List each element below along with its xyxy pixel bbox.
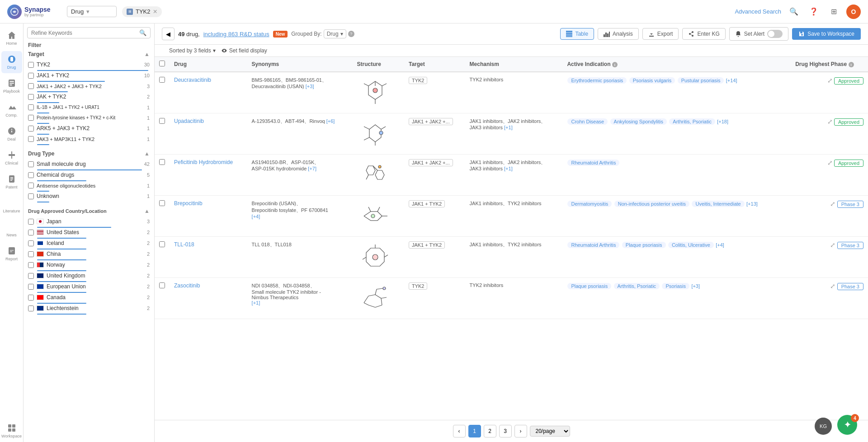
filter-checkbox-norway[interactable] xyxy=(28,262,34,268)
filter-checkbox-ptk-tyk2[interactable] xyxy=(28,115,34,121)
filter-item-jak-tyk2[interactable]: JAK + TYK2 2 xyxy=(27,92,151,101)
sidebar-item-news[interactable]: News xyxy=(1,219,22,241)
toggle-panel-button[interactable]: ◀ xyxy=(162,28,175,40)
tab-close-icon[interactable]: × xyxy=(153,8,157,15)
save-workspace-button[interactable]: Save to Workspace xyxy=(792,28,861,40)
sidebar-item-patent[interactable]: Patent xyxy=(1,171,22,193)
filter-item-small-molecule[interactable]: Small molecule drug 42 xyxy=(27,160,151,169)
indication-tag[interactable]: Arthritis, Psoriatic xyxy=(669,118,715,125)
set-field-display-button[interactable]: Set field display xyxy=(221,47,267,54)
drug-name-link[interactable]: Upadacitinib xyxy=(174,118,204,124)
filter-checkbox-us[interactable] xyxy=(28,230,34,235)
drug-name-link[interactable]: Brepocitinib xyxy=(174,200,203,207)
indication-more[interactable]: [+4] xyxy=(716,242,724,248)
filter-checkbox-china[interactable] xyxy=(28,251,34,257)
indication-tag[interactable]: Pustular psoriasis xyxy=(678,77,724,84)
filter-checkbox-japan[interactable] xyxy=(28,219,34,225)
expand-icon[interactable]: ⤢ xyxy=(827,118,833,125)
help-icon-button[interactable]: ❓ xyxy=(807,5,821,19)
filter-search-row[interactable]: 🔍 xyxy=(27,27,151,38)
filter-item-chemical-drugs[interactable]: Chemical drugs 5 xyxy=(27,170,151,179)
row-checkbox[interactable] xyxy=(159,241,165,247)
filter-item-tyk2[interactable]: TYK2 30 xyxy=(27,60,151,69)
mech-more[interactable]: [+1] xyxy=(504,166,513,171)
export-button[interactable]: Export xyxy=(642,28,679,40)
filter-checkbox-small-molecule[interactable] xyxy=(28,161,34,167)
sidebar-item-clinical[interactable]: Clinical xyxy=(1,147,22,169)
filter-checkbox-uk[interactable] xyxy=(28,273,34,279)
filter-item-il1b-jak1-tyk2[interactable]: IL-1B + JAK1 + TYK2 + URAT1 1 xyxy=(27,103,151,112)
drug-name-link[interactable]: Peficitinib Hydrobromide xyxy=(174,159,233,165)
filter-checkbox-canada[interactable] xyxy=(28,295,34,301)
advanced-search-link[interactable]: Advanced Search xyxy=(735,8,781,15)
indication-tag[interactable]: Colitis, Ulcerative xyxy=(668,242,714,248)
indication-tag[interactable]: Rheumatoid Arthritis xyxy=(567,242,619,248)
indication-tag[interactable]: Dermatomyositis xyxy=(567,201,612,207)
sidebar-item-deal[interactable]: Deal xyxy=(1,123,22,145)
next-page-button[interactable]: › xyxy=(514,425,527,437)
indication-tag[interactable]: Crohn Disease xyxy=(567,118,608,125)
drug-name-link[interactable]: TLL-018 xyxy=(174,241,194,248)
page-1-button[interactable]: 1 xyxy=(468,425,481,437)
filter-item-canada[interactable]: Canada 2 xyxy=(27,293,151,302)
filter-item-jak1-tyk2[interactable]: JAK1 + TYK2 10 xyxy=(27,71,151,80)
expand-icon[interactable]: ⤢ xyxy=(830,200,835,207)
filter-item-jak1-jak2-jak3-tyk2[interactable]: JAK1 + JAK2 + JAK3 + TYK2 3 xyxy=(27,82,151,90)
tyk2-tab[interactable]: ⊞ TYK2 × xyxy=(122,6,162,17)
select-all-cell[interactable] xyxy=(155,57,170,72)
row-checkbox[interactable] xyxy=(159,282,165,288)
filter-checkbox-chemical-drugs[interactable] xyxy=(28,172,34,178)
sidebar-item-workspace[interactable]: Workspace xyxy=(1,420,22,442)
synonym-more[interactable]: [+7] xyxy=(308,166,316,171)
filter-checkbox-eu[interactable] xyxy=(28,284,34,290)
filter-item-antisense[interactable]: Antisense oligonucleotides 1 xyxy=(27,181,151,190)
indication-tag[interactable]: Uveitis, Intermediate xyxy=(692,201,744,207)
filter-item-iceland[interactable]: Iceland 2 xyxy=(27,239,151,248)
filter-item-ptk-tyk2[interactable]: Protein-tyrosine kinases + TYK2 + c-Kit … xyxy=(27,113,151,122)
filter-checkbox-antisense[interactable] xyxy=(28,183,34,188)
indication-tag[interactable]: Erythrodermic psoriasis xyxy=(567,77,627,84)
table-view-button[interactable]: Table xyxy=(560,28,594,40)
sidebar-item-drug[interactable]: Drug xyxy=(1,51,22,73)
indication-more[interactable]: [+13] xyxy=(746,201,758,207)
filter-item-uk[interactable]: United Kingdom 2 xyxy=(27,271,151,280)
filter-checkbox-tyk2[interactable] xyxy=(28,62,34,68)
filter-item-ark5-jak3-tyk2[interactable]: ARK5 + JAK3 + TYK2 1 xyxy=(27,124,151,133)
filter-item-us[interactable]: United States 2 xyxy=(27,228,151,237)
row-checkbox[interactable] xyxy=(159,200,165,206)
alert-toggle[interactable] xyxy=(767,30,783,38)
indication-tag[interactable]: Rheumatoid Arthritis xyxy=(567,160,619,166)
indication-tag[interactable]: Plaque psoriasis xyxy=(622,242,666,248)
indication-tag[interactable]: Arthritis, Psoriatic xyxy=(614,283,660,289)
expand-icon[interactable]: ⤢ xyxy=(830,282,835,290)
grouped-by-dropdown[interactable]: Drug ▾ xyxy=(324,29,346,38)
expand-icon[interactable]: ⤢ xyxy=(827,77,833,84)
result-link[interactable]: including 863 R&D status xyxy=(203,31,269,38)
enter-kg-button[interactable]: Enter KG xyxy=(682,28,725,40)
filter-search-input[interactable] xyxy=(31,30,137,36)
analysis-view-button[interactable]: Analysis xyxy=(598,28,639,40)
user-avatar[interactable]: O xyxy=(846,5,861,19)
drug-name-link[interactable]: Zasocitinib xyxy=(174,282,200,289)
page-2-button[interactable]: 2 xyxy=(484,425,496,437)
indication-more[interactable]: [+14] xyxy=(726,78,737,83)
filter-item-japan[interactable]: Japan 3 xyxy=(27,217,151,226)
sort-fields-button[interactable]: Sorted by 3 fields ▾ xyxy=(162,47,216,54)
filter-item-eu[interactable]: European Union 2 xyxy=(27,282,151,291)
info-icon[interactable]: ? xyxy=(348,31,354,37)
filter-item-jak3-map3k11-tyk2[interactable]: JAK3 + MAP3K11 + TYK2 1 xyxy=(27,135,151,143)
phase-info-icon[interactable]: i xyxy=(849,62,854,67)
drug-name-link[interactable]: Deucravacitinib xyxy=(174,77,211,83)
synonym-more[interactable]: [+6] xyxy=(326,118,335,124)
indication-more[interactable]: [+3] xyxy=(691,283,700,289)
indication-tag[interactable]: Non-infectious posterior uveitis xyxy=(614,201,689,207)
synonym-more[interactable]: [+4] xyxy=(252,214,260,219)
sidebar-item-comp[interactable]: Comp. xyxy=(1,99,22,121)
apps-icon-button[interactable]: ⊞ xyxy=(826,5,841,19)
expand-icon[interactable]: ⤢ xyxy=(827,159,833,166)
filter-checkbox-jak1-tyk2[interactable] xyxy=(28,73,34,79)
indication-more[interactable]: [+18] xyxy=(717,119,728,124)
search-type-select[interactable]: Drug ▾ xyxy=(67,6,117,17)
filter-checkbox-jak3-map3k11-tyk2[interactable] xyxy=(28,136,34,142)
indication-info-icon[interactable]: i xyxy=(612,62,618,67)
